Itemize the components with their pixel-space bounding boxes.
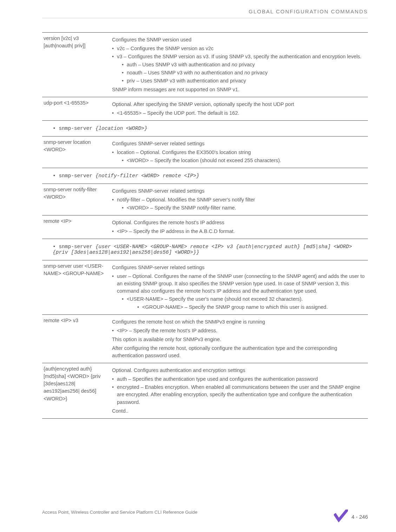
desc-cell: Configures SNMP-server related settings … [111, 260, 368, 315]
list-item: encrypted – Enables encryption. When ena… [112, 384, 365, 406]
param-cell: snmp-server notify-filter <WORD> [42, 184, 111, 215]
command-syntax: • snmp-server {location <WORD>} [53, 126, 368, 131]
list-item: notify-filter – Optional. Modifies the S… [112, 196, 365, 212]
param-cell: snmp-server location <WORD> [42, 137, 111, 168]
lead-text: Optional. Configures the remote host's I… [112, 219, 365, 226]
footer-badge: 4 - 246 [334, 510, 368, 524]
mid-text: This option is available only for SNMPv3… [112, 336, 365, 343]
trail-text: SNMP inform messages are not supported o… [112, 86, 365, 93]
page-number: 4 - 246 [348, 514, 368, 520]
param-cell: udp-port <1-65535> [42, 97, 111, 121]
desc-cell: Optional. Configures the remote host's I… [111, 215, 368, 239]
command-syntax: • snmp-server {notify-filter <WORD> remo… [53, 173, 368, 179]
list-item: <IP> – Specify the IP address in the A.B… [112, 228, 365, 235]
footer-text: Access Point, Wireless Controller and Se… [42, 510, 197, 515]
table-row: remote <IP> Optional. Configures the rem… [42, 215, 368, 239]
table-row: {auth|encrypted auth} [md5|sha] <WORD> {… [42, 363, 368, 418]
desc-cell: Configures SNMP-server related settings … [111, 184, 368, 215]
lead-text: Configures SNMP-server related settings [112, 187, 365, 195]
list-item: <USER-NAME> – Specify the user's name (s… [117, 295, 365, 311]
param-table-4: snmp-server user <USER-NAME> <GROUP-NAME… [42, 260, 368, 418]
list-item: v2c – Configures the SNMP version as v2c [112, 45, 365, 52]
logo-check-icon [334, 510, 348, 524]
param-cell: {auth|encrypted auth} [md5|sha] <WORD> {… [42, 363, 111, 418]
trail-text: Contd.. [112, 407, 365, 415]
list-item: auth – Specifies the authentication type… [112, 375, 365, 383]
lead-text: Configures the remote host on which the … [112, 318, 365, 326]
desc-cell: Configures SNMP-server related settings … [111, 137, 368, 168]
page-footer: Access Point, Wireless Controller and Se… [42, 510, 396, 524]
lead-text: Configures the SNMP version used [112, 36, 365, 44]
lead-text: Optional. Configures authentication and … [112, 367, 365, 374]
table-row: snmp-server location <WORD> Configures S… [42, 137, 368, 168]
desc-cell: Configures the SNMP version used v2c – C… [111, 33, 368, 97]
list-item: <WORD> – Specify the SNMP notify-filter … [117, 204, 365, 212]
list-item: <GROUP-NAME> – Specify the SNMP group na… [127, 304, 365, 311]
table-row: udp-port <1-65535> Optional. After speci… [42, 97, 368, 121]
lead-text: Configures SNMP-server related settings [112, 140, 365, 147]
param-cell: snmp-server user <USER-NAME> <GROUP-NAME… [42, 260, 111, 315]
command-syntax: • snmp-server {user <USER-NAME> <GROUP-N… [53, 244, 368, 255]
desc-cell: Optional. Configures authentication and … [111, 363, 368, 418]
list-item: v3 – Configures the SNMP version as v3. … [112, 53, 365, 85]
param-table-1: version [v2c| v3 [auth|noauth| priv]] Co… [42, 32, 368, 121]
table-row: version [v2c| v3 [auth|noauth| priv]] Co… [42, 33, 368, 97]
list-item: <IP> – Specify the remote host's IP addr… [112, 327, 365, 334]
param-table-3: snmp-server notify-filter <WORD> Configu… [42, 184, 368, 239]
list-item: noauth – Uses SNMP v3 with no authentica… [117, 69, 365, 77]
trail-text: After configuring the remote host, optio… [112, 345, 365, 359]
table-row: snmp-server notify-filter <WORD> Configu… [42, 184, 368, 215]
table-row: remote <IP> v3 Configures the remote hos… [42, 315, 368, 363]
param-cell: version [v2c| v3 [auth|noauth| priv]] [42, 33, 111, 97]
desc-cell: Configures the remote host on which the … [111, 315, 368, 363]
desc-cell: Optional. After specifying the SNMP vers… [111, 97, 368, 121]
page: GLOBAL CONFIGURATION COMMANDS version [v… [0, 0, 396, 532]
param-cell: remote <IP> [42, 215, 111, 239]
list-item: location – Optional. Configures the EX35… [112, 149, 365, 164]
list-item: <1-65535> – Specify the UDP port. The de… [112, 109, 365, 117]
section-header: GLOBAL CONFIGURATION COMMANDS [42, 0, 368, 18]
lead-text: Configures SNMP-server related settings [112, 264, 365, 271]
param-cell: remote <IP> v3 [42, 315, 111, 363]
list-item: priv – Uses SNMP v3 with authentication … [117, 77, 365, 85]
list-item: user – Optional. Configures the name of … [112, 273, 365, 311]
param-table-2: snmp-server location <WORD> Configures S… [42, 136, 368, 168]
table-row: snmp-server user <USER-NAME> <GROUP-NAME… [42, 260, 368, 315]
list-item: <WORD> – Specify the location (should no… [117, 157, 365, 164]
list-item: auth – Uses SNMP v3 with authentication … [117, 61, 365, 68]
lead-text: Optional. After specifying the SNMP vers… [112, 101, 365, 108]
